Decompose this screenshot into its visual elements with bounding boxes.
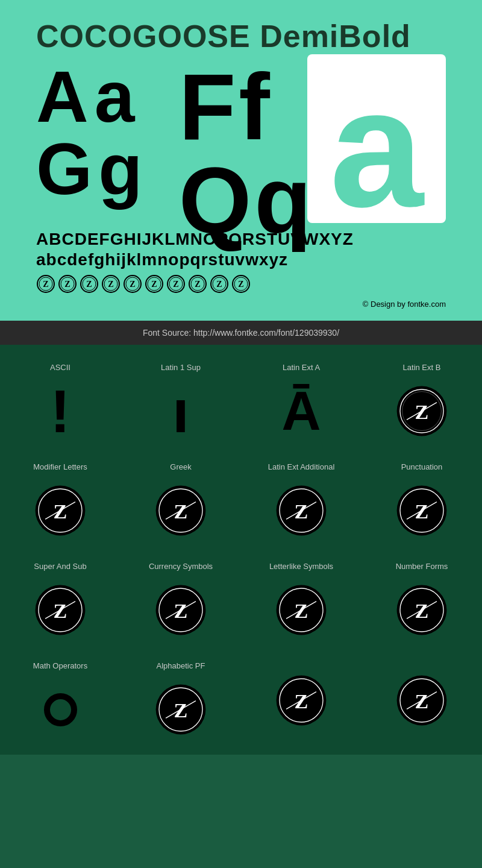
design-credit: © Design by fontke.com bbox=[36, 300, 446, 309]
label-letterlike: Letterlike Symbols bbox=[269, 562, 333, 571]
label-punctuation: Punctuation bbox=[401, 462, 443, 471]
display-currency: Z bbox=[154, 580, 208, 640]
display-alphabetic-pf: Z bbox=[154, 679, 208, 740]
special-z-icon-8: Z bbox=[188, 274, 207, 294]
o-circle-math bbox=[44, 693, 77, 726]
cell-modifier: Modifier Letters Z bbox=[0, 450, 120, 550]
letter-hero-box: a bbox=[307, 54, 446, 223]
svg-text:Z: Z bbox=[415, 500, 429, 523]
special-z-icon-9: Z bbox=[210, 274, 229, 294]
font-source-text: Font Source: http://www.fontke.com/font/… bbox=[36, 328, 446, 338]
display-ascii: ! bbox=[50, 381, 70, 441]
svg-text:Z: Z bbox=[415, 401, 429, 423]
special-z-icon-3: Z bbox=[80, 274, 99, 294]
svg-text:Z: Z bbox=[54, 500, 67, 523]
cell-latin-ext-add: Latin Ext Additional Z bbox=[241, 450, 362, 550]
display-greek: Z bbox=[154, 480, 208, 541]
letter-showcase: A a G g F f Q q a bbox=[36, 60, 446, 217]
label-number-forms: Number Forms bbox=[396, 562, 448, 571]
svg-text:Z: Z bbox=[295, 500, 308, 523]
letter-A: A bbox=[36, 60, 89, 133]
z-circle-extra2: Z bbox=[395, 673, 449, 728]
display-punctuation: Z bbox=[395, 480, 449, 541]
label-ascii: ASCII bbox=[50, 363, 70, 372]
cell-ascii: ASCII ! bbox=[0, 351, 120, 450]
cell-extra2: Z bbox=[362, 649, 482, 749]
char-grid-section: ASCII ! Latin 1 Sup ı Latin Ext A Ā Lati… bbox=[0, 345, 482, 755]
svg-text:Z: Z bbox=[415, 600, 429, 622]
display-latin1sup: ı bbox=[172, 381, 189, 441]
svg-text:Z: Z bbox=[238, 280, 243, 289]
z-circle-currency: Z bbox=[154, 583, 208, 637]
label-greek: Greek bbox=[170, 462, 191, 471]
z-circle-greek: Z bbox=[154, 483, 208, 538]
cell-latin-ext-b: Latin Ext B Z bbox=[362, 351, 482, 450]
z-circle-super-sub: Z bbox=[33, 583, 87, 637]
svg-text:Z: Z bbox=[174, 500, 188, 523]
special-z-icon-4: Z bbox=[101, 274, 120, 294]
display-letterlike: Z bbox=[274, 580, 328, 640]
svg-text:Z: Z bbox=[54, 600, 67, 622]
display-latin-ext-b: Z bbox=[395, 381, 449, 441]
z-circle-alphabetic-pf: Z bbox=[154, 682, 208, 737]
svg-text:Z: Z bbox=[130, 280, 135, 289]
svg-text:Z: Z bbox=[295, 690, 308, 712]
cell-punctuation: Punctuation Z bbox=[362, 450, 482, 550]
cell-greek: Greek Z bbox=[120, 450, 241, 550]
svg-text:Z: Z bbox=[174, 600, 188, 622]
cell-extra1: Z bbox=[241, 649, 362, 749]
z-circle-letterlike: Z bbox=[274, 583, 328, 637]
z-circle-modifier: Z bbox=[33, 483, 87, 538]
svg-text:Z: Z bbox=[174, 699, 188, 722]
svg-text:Z: Z bbox=[216, 280, 222, 289]
cell-number-forms: Number Forms Z bbox=[362, 550, 482, 649]
special-z-icon-6: Z bbox=[145, 274, 164, 294]
special-z-icon-5: Z bbox=[123, 274, 142, 294]
letter-g: g bbox=[98, 133, 142, 205]
display-latin-ext-a: Ā bbox=[282, 381, 321, 441]
letter-a: a bbox=[95, 60, 135, 133]
cell-currency: Currency Symbols Z bbox=[120, 550, 241, 649]
svg-text:Z: Z bbox=[173, 280, 178, 289]
cell-math-operators: Math Operators bbox=[0, 649, 120, 749]
z-circle-number-forms: Z bbox=[395, 583, 449, 637]
svg-text:Z: Z bbox=[64, 280, 70, 289]
cell-latin1sup: Latin 1 Sup ı bbox=[120, 351, 241, 450]
svg-text:Z: Z bbox=[415, 690, 429, 712]
display-latin-ext-add: Z bbox=[274, 480, 328, 541]
letter-hero-a: a bbox=[330, 63, 424, 223]
cell-alphabetic-pf: Alphabetic PF Z bbox=[120, 649, 241, 749]
label-currency: Currency Symbols bbox=[149, 562, 213, 571]
svg-text:Z: Z bbox=[108, 280, 113, 289]
label-latin1sup: Latin 1 Sup bbox=[161, 363, 201, 372]
letter-G: G bbox=[36, 133, 92, 205]
font-title: COCOGOOSE DemiBold bbox=[36, 18, 446, 54]
label-modifier: Modifier Letters bbox=[33, 462, 87, 471]
special-chars-row: Z Z Z Z Z Z Z Z Z Z bbox=[36, 274, 446, 294]
special-z-icon-10: Z bbox=[231, 274, 251, 294]
svg-text:Z: Z bbox=[43, 280, 48, 289]
label-latin-ext-b: Latin Ext B bbox=[403, 363, 441, 372]
label-latin-ext-add: Latin Ext Additional bbox=[268, 462, 335, 471]
cell-latin-ext-a: Latin Ext A Ā bbox=[241, 351, 362, 450]
z-circle-extra1: Z bbox=[274, 673, 328, 728]
char-grid: ASCII ! Latin 1 Sup ı Latin Ext A Ā Lati… bbox=[0, 351, 482, 749]
display-number-forms: Z bbox=[395, 580, 449, 640]
letter-f: f bbox=[239, 60, 270, 154]
letter-Q: Q bbox=[179, 154, 252, 247]
display-extra1: Z bbox=[274, 670, 328, 731]
cell-letterlike: Letterlike Symbols Z bbox=[241, 550, 362, 649]
label-math-operators: Math Operators bbox=[33, 661, 87, 670]
display-super-sub: Z bbox=[33, 580, 87, 640]
z-circle-punctuation: Z bbox=[395, 483, 449, 538]
cell-super-sub: Super And Sub Z bbox=[0, 550, 120, 649]
label-latin-ext-a: Latin Ext A bbox=[283, 363, 320, 372]
z-circle-latin-ext-b: Z bbox=[395, 384, 449, 438]
special-z-icon-2: Z bbox=[58, 274, 77, 294]
label-super-sub: Super And Sub bbox=[34, 562, 86, 571]
header-section: COCOGOOSE DemiBold A a G g F f Q q bbox=[0, 0, 482, 321]
letter-q: q bbox=[254, 154, 311, 247]
svg-text:Z: Z bbox=[195, 280, 200, 289]
special-z-icon-1: Z bbox=[36, 274, 55, 294]
display-extra2: Z bbox=[395, 670, 449, 731]
